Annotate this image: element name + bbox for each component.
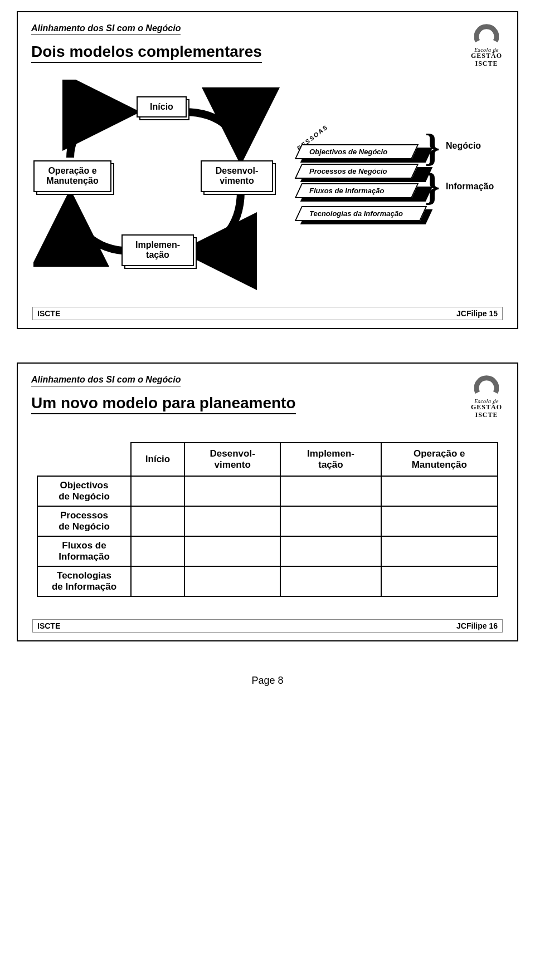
row-objectivos: Objectivos de Negócio <box>37 476 131 506</box>
logo: Escola de GESTÃO ISCTE <box>467 371 506 419</box>
slide-footer: ISCTE JCFilipe 15 <box>32 307 503 320</box>
logo-arc-icon <box>474 371 499 396</box>
layer-tecnologias: Tecnologias da Informação <box>298 206 424 221</box>
brace-top-icon: } <box>425 129 440 168</box>
row-tecnologias: Tecnologias de Informação <box>37 566 131 596</box>
logo: Escola de GESTÃO ISCTE <box>467 20 506 68</box>
process-diagram: Início Operação e Manutenção Desenvol- v… <box>33 80 502 291</box>
label-informacao: Informação <box>446 182 494 192</box>
col-operacao: Operação e Manutenção <box>381 443 498 476</box>
box-operacao-manutencao: Operação e Manutenção <box>33 160 111 192</box>
slide-footer: ISCTE JCFilipe 16 <box>32 619 503 633</box>
box-desenvolvimento: Desenvol- vimento <box>201 160 273 192</box>
cell <box>184 536 280 566</box>
cell <box>280 566 381 596</box>
cell <box>184 506 280 536</box>
col-desenvolvimento: Desenvol- vimento <box>184 443 280 476</box>
box-inicio: Início <box>137 96 187 117</box>
grid-corner <box>37 443 131 476</box>
row-processos: Processos de Negócio <box>37 506 131 536</box>
planning-grid: Início Desenvol- vimento Implemen- tação… <box>37 442 498 597</box>
box-implementacao: Implemen- tação <box>121 234 194 266</box>
slide-1: Escola de GESTÃO ISCTE Alinhamento dos S… <box>17 11 518 329</box>
cell <box>131 476 184 506</box>
page-number: Page 8 <box>0 675 535 687</box>
cell <box>131 566 184 596</box>
logo-line3: ISCTE <box>467 60 506 68</box>
cell <box>381 506 498 536</box>
cell <box>381 566 498 596</box>
cell <box>280 476 381 506</box>
slide-2: Escola de GESTÃO ISCTE Alinhamento dos S… <box>17 362 518 641</box>
slide-page-num: 15 <box>489 309 498 318</box>
cell <box>280 536 381 566</box>
footer-left: ISCTE <box>37 621 60 630</box>
slide-title: Dois modelos complementares <box>31 43 262 63</box>
cell <box>381 476 498 506</box>
slide-title: Um novo modelo para planeamento <box>31 394 296 414</box>
cell <box>280 506 381 536</box>
slide-header: Alinhamento dos SI com o Negócio <box>31 23 181 35</box>
cell <box>131 536 184 566</box>
logo-line3: ISCTE <box>467 411 506 419</box>
cell <box>131 506 184 536</box>
row-fluxos: Fluxos de Informação <box>37 536 131 566</box>
layer-processos: Processos de Negócio <box>298 164 424 179</box>
logo-arc-icon <box>474 20 499 45</box>
footer-left: ISCTE <box>37 309 60 318</box>
footer-right: JCFilipe 16 <box>456 621 498 630</box>
brace-bottom-icon: } <box>425 168 440 207</box>
label-negocio: Negócio <box>446 141 481 151</box>
slide-page-num: 16 <box>489 621 498 630</box>
layer-stack: Objectivos de Negócio Processos de Negóc… <box>298 144 424 226</box>
logo-line2: GESTÃO <box>467 403 506 411</box>
slide-header: Alinhamento dos SI com o Negócio <box>31 375 181 386</box>
layer-objectivos: Objectivos de Negócio <box>298 144 424 159</box>
col-implementacao: Implemen- tação <box>280 443 381 476</box>
col-inicio: Início <box>131 443 184 476</box>
logo-line2: GESTÃO <box>467 52 506 60</box>
cell <box>381 536 498 566</box>
cell <box>184 476 280 506</box>
layer-fluxos: Fluxos de Informação <box>298 183 424 198</box>
footer-right: JCFilipe 15 <box>456 309 498 318</box>
cell <box>184 566 280 596</box>
